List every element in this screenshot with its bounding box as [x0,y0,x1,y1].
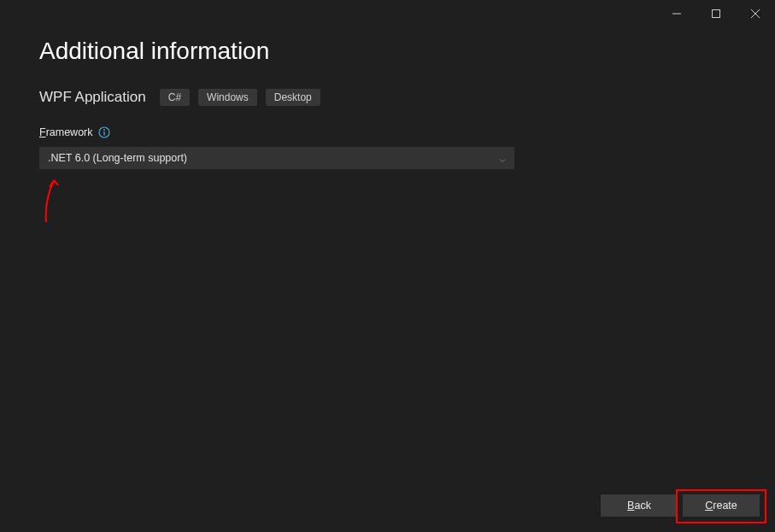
annotation-arrow [39,175,65,226]
svg-point-5 [103,129,105,131]
tag-csharp: C# [160,89,190,106]
tag-windows: Windows [198,89,257,106]
maximize-icon [712,9,720,18]
back-button[interactable]: Back [601,494,678,517]
template-name: WPF Application [39,89,146,106]
framework-label: Framework [39,126,93,138]
create-button[interactable]: Create [683,494,760,517]
framework-label-row: Framework [39,126,736,138]
svg-rect-1 [713,10,720,18]
info-icon[interactable] [98,126,110,138]
close-button[interactable] [736,0,775,27]
framework-selected-value: .NET 6.0 (Long-term support) [48,152,187,164]
minimize-icon [672,9,681,18]
content-area: Additional information WPF Application C… [0,27,775,169]
template-row: WPF Application C# Windows Desktop [39,89,736,106]
tag-desktop: Desktop [266,89,320,106]
close-icon [751,9,760,18]
chevron-down-icon [499,155,506,161]
maximize-button[interactable] [696,0,736,27]
minimize-button[interactable] [657,0,696,27]
framework-select[interactable]: .NET 6.0 (Long-term support) [39,147,514,169]
titlebar [0,0,775,27]
page-title: Additional information [39,38,736,65]
button-bar: Back Create [601,494,760,517]
